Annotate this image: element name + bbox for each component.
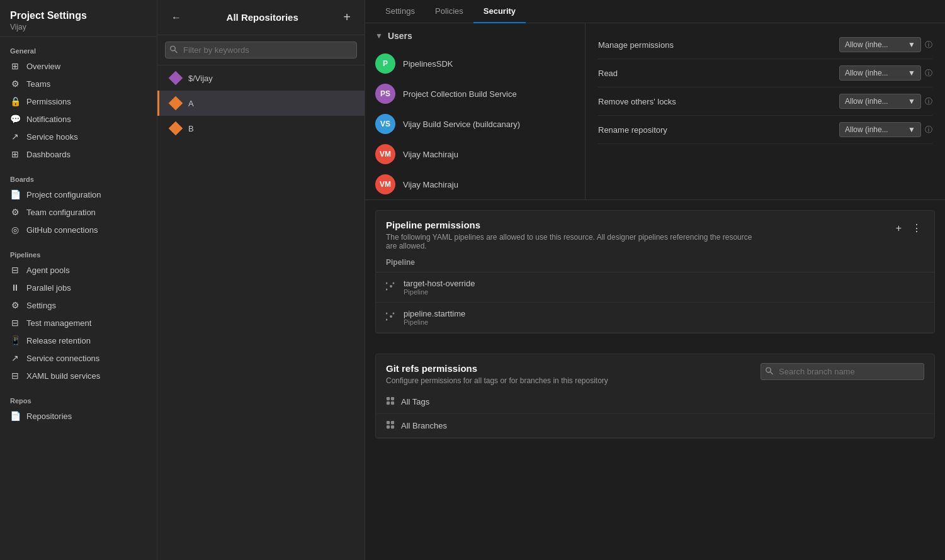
permission-dropdown-read: Allow (inhe... ▼ ⓘ [839, 65, 932, 81]
pipeline-item-starttime[interactable]: pipeline.starttime Pipeline [376, 303, 934, 333]
repo-icon-a [169, 97, 182, 109]
sidebar-item-project-configuration[interactable]: 📄 Project configuration [0, 186, 157, 203]
content-area: ▼ Users P PipelinesSDK PS Project Collec… [365, 23, 945, 560]
git-ref-item-all-tags[interactable]: All Tags [376, 390, 934, 414]
notifications-icon: 💬 [10, 114, 20, 124]
info-icon-manage[interactable]: ⓘ [925, 40, 932, 50]
tab-policies[interactable]: Policies [425, 0, 473, 23]
sidebar-item-agent-pools[interactable]: ⊟ Agent pools [0, 261, 157, 279]
user-item-vijay-machiraju-2[interactable]: VM Vijay Machiraju [365, 169, 585, 199]
repo-item-vijay[interactable]: $/Vijay [157, 65, 365, 91]
filter-input[interactable] [165, 42, 357, 59]
dropdown-value: Allow (inhe... [845, 69, 888, 77]
pipeline-icon [386, 311, 396, 323]
filter-container [165, 42, 357, 59]
sidebar-item-service-hooks[interactable]: ↗ Service hooks [0, 128, 157, 145]
permissions-icon: 🔒 [10, 96, 20, 106]
sidebar-item-release-retention[interactable]: 📱 Release retention [0, 332, 157, 349]
sidebar-item-permissions[interactable]: 🔒 Permissions [0, 92, 157, 110]
sidebar-header: Project Settings Vijay [0, 0, 157, 37]
user-item-project-collection[interactable]: PS Project Collection Build Service [365, 79, 585, 109]
permission-label-rename: Rename repository [598, 125, 839, 135]
pipeline-permissions-card: Pipeline permissions The following YAML … [375, 210, 935, 333]
repositories-icon: 📄 [10, 411, 20, 421]
sidebar-item-overview[interactable]: ⊞ Overview [0, 57, 157, 75]
user-item-pipelines-sdk[interactable]: P PipelinesSDK [365, 48, 585, 79]
sidebar-item-xaml-build[interactable]: ⊟ XAML build services [0, 367, 157, 384]
teams-icon: ⚙ [10, 79, 20, 89]
permission-row-manage: Manage permissions Allow (inhe... ▼ ⓘ [598, 31, 932, 59]
search-input-wrap [761, 363, 924, 380]
permission-row-rename: Rename repository Allow (inhe... ▼ ⓘ [598, 116, 932, 144]
sidebar-title: Project Settings [10, 10, 147, 21]
sidebar-item-notifications[interactable]: 💬 Notifications [0, 110, 157, 128]
permission-dropdown-btn-remove-locks[interactable]: Allow (inhe... ▼ [839, 94, 921, 109]
add-pipeline-button[interactable]: + [893, 220, 904, 237]
info-icon-rename[interactable]: ⓘ [925, 125, 932, 135]
branch-search-input[interactable] [761, 363, 924, 380]
main-content: Settings Policies Security ▼ Users P Pip… [365, 0, 945, 560]
repo-item-b[interactable]: B [157, 116, 365, 141]
git-refs-title: Git refs permissions [386, 363, 608, 374]
permission-row-read: Read Allow (inhe... ▼ ⓘ [598, 59, 932, 87]
users-panel-header[interactable]: ▼ Users [365, 23, 585, 48]
pipeline-card-actions: + ⋮ [893, 220, 924, 237]
permission-dropdown-btn-manage[interactable]: Allow (inhe... ▼ [839, 37, 921, 52]
team-config-icon: ⚙ [10, 207, 20, 217]
chevron-down-icon: ▼ [908, 69, 915, 77]
git-refs-text: Git refs permissions Configure permissio… [386, 363, 608, 385]
info-icon-read[interactable]: ⓘ [925, 68, 932, 79]
sidebar-item-test-management[interactable]: ⊟ Test management [0, 314, 157, 332]
sidebar-item-label: Parallel jobs [26, 283, 71, 293]
sidebar-section-label-pipelines: Pipelines [0, 249, 157, 261]
user-name: Vijay Machiraju [403, 150, 458, 159]
tab-settings[interactable]: Settings [375, 0, 425, 23]
permission-dropdown-btn-read[interactable]: Allow (inhe... ▼ [839, 65, 921, 81]
pipeline-icon [386, 281, 396, 293]
overview-icon: ⊞ [10, 61, 20, 71]
sidebar-item-label: Permissions [26, 97, 71, 106]
sidebar-item-settings[interactable]: ⚙ Settings [0, 296, 157, 314]
dropdown-value: Allow (inhe... [845, 40, 888, 49]
pipeline-card-text: Pipeline permissions The following YAML … [386, 220, 764, 250]
sidebar-item-github-connections[interactable]: ◎ GitHub connections [0, 221, 157, 238]
users-panel: ▼ Users P PipelinesSDK PS Project Collec… [365, 23, 586, 199]
user-item-vijay-machiraju-1[interactable]: VM Vijay Machiraju [365, 139, 585, 169]
chevron-down-icon: ▼ [908, 40, 915, 49]
sidebar-section-pipelines: Pipelines ⊟ Agent pools ⏸ Parallel jobs … [0, 241, 157, 387]
sidebar-item-label: Overview [26, 62, 60, 71]
repo-item-a[interactable]: A [157, 91, 365, 116]
tab-security[interactable]: Security [473, 0, 526, 23]
user-item-vijay-build-service[interactable]: VS Vijay Build Service (buildcanary) [365, 109, 585, 139]
sidebar-item-team-configuration[interactable]: ⚙ Team configuration [0, 203, 157, 221]
repo-icon-b [169, 122, 182, 135]
permission-dropdown-remove-locks: Allow (inhe... ▼ ⓘ [839, 94, 932, 109]
info-icon-remove-locks[interactable]: ⓘ [925, 96, 932, 107]
sidebar-item-parallel-jobs[interactable]: ⏸ Parallel jobs [0, 279, 157, 296]
pipeline-name: target-host-override [404, 279, 475, 288]
sidebar-item-repositories[interactable]: 📄 Repositories [0, 407, 157, 425]
users-section: ▼ Users P PipelinesSDK PS Project Collec… [365, 23, 945, 200]
permission-dropdown-manage: Allow (inhe... ▼ ⓘ [839, 37, 932, 52]
git-ref-item-all-branches[interactable]: All Branches [376, 414, 934, 438]
sidebar-item-dashboards[interactable]: ⊞ Dashboards [0, 145, 157, 163]
sidebar-item-teams[interactable]: ⚙ Teams [0, 75, 157, 92]
sidebar-subtitle: Vijay [10, 23, 147, 31]
permission-dropdown-btn-rename[interactable]: Allow (inhe... ▼ [839, 122, 921, 137]
pipeline-item-target-host[interactable]: target-host-override Pipeline [376, 272, 934, 303]
add-repo-button[interactable]: + [339, 9, 354, 26]
pipeline-info-target-host: target-host-override Pipeline [404, 279, 475, 296]
more-pipeline-button[interactable]: ⋮ [909, 220, 924, 237]
pipeline-col-header: Pipeline [376, 255, 934, 272]
settings-icon: ⚙ [10, 300, 20, 310]
git-refs-header: Git refs permissions Configure permissio… [376, 354, 934, 390]
repo-name: $/Vijay [188, 74, 213, 83]
sidebar-item-service-connections[interactable]: ↗ Service connections [0, 349, 157, 367]
back-button[interactable]: ← [167, 11, 185, 25]
avatar-project-collection: PS [375, 84, 395, 104]
filter-icon [170, 45, 178, 55]
users-title: Users [388, 31, 412, 41]
permission-row-remove-locks: Remove others' locks Allow (inhe... ▼ ⓘ [598, 87, 932, 116]
dashboards-icon: ⊞ [10, 149, 20, 159]
permission-label-read: Read [598, 69, 839, 78]
